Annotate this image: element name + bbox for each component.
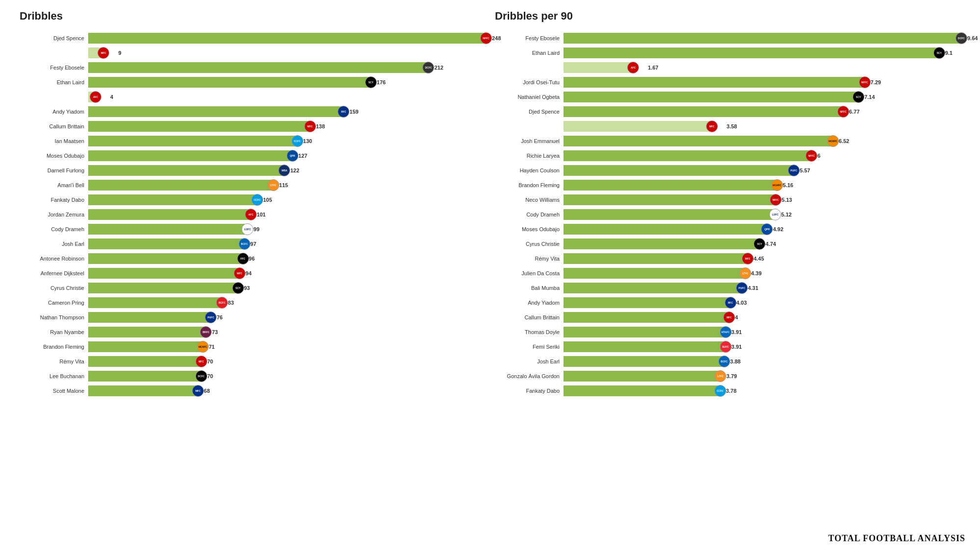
club-logo: HCAFC bbox=[827, 135, 839, 147]
club-logo: CCFC bbox=[292, 135, 303, 147]
bar-value: 5.57 bbox=[800, 168, 810, 173]
bar-row: Scott MaloneMFC68 bbox=[20, 384, 485, 398]
player-name: Andy Yiadom bbox=[20, 109, 88, 115]
bar: MFC bbox=[88, 121, 309, 132]
bar-row: Fankaty DaboCCFC105 bbox=[20, 193, 485, 207]
bar-container: HCAFC6.52 bbox=[564, 136, 960, 146]
bar: PUFC bbox=[564, 165, 793, 176]
bar-value: 70 bbox=[207, 373, 213, 379]
bar: BCFC bbox=[88, 297, 221, 308]
club-logo: HCAFC bbox=[771, 179, 783, 191]
player-name: Ethan Laird bbox=[495, 50, 564, 56]
bar-container: NFFC6.77 bbox=[564, 106, 960, 117]
bar-row: Moses OdubajoQPR4.92 bbox=[495, 222, 960, 236]
bar-light: AFC bbox=[88, 92, 95, 102]
club-logo: PUFC bbox=[736, 282, 748, 294]
bar-value: 9.64 bbox=[967, 35, 978, 41]
club-logo: BCFC bbox=[239, 238, 250, 250]
club-logo: LUFC bbox=[242, 223, 253, 235]
bar-container: QPR4.92 bbox=[564, 224, 960, 235]
bar-container: HCAFC5.16 bbox=[564, 180, 960, 191]
bar-container: CCFC130 bbox=[88, 136, 485, 146]
bar: NFFC bbox=[88, 33, 485, 44]
left-title: Dribbles bbox=[20, 10, 485, 23]
bar-value: 9.1 bbox=[945, 50, 953, 56]
bar-container: MFC68 bbox=[88, 385, 485, 396]
bar-row: Callum BrittainMFC138 bbox=[20, 120, 485, 133]
bar-container: WBA122 bbox=[88, 165, 485, 176]
bar-container: NFFC5.13 bbox=[564, 194, 960, 205]
bar-value: 4 bbox=[110, 94, 113, 100]
bar-container: MFC94 bbox=[88, 268, 485, 279]
right-title: Dribbles per 90 bbox=[495, 10, 960, 23]
bar-container: PUFC5.57 bbox=[564, 165, 960, 176]
bar-container: BRFC73 bbox=[88, 327, 485, 337]
bar-container: HTAFC3.91 bbox=[564, 327, 960, 337]
bar-container: RFC4.03 bbox=[564, 297, 960, 308]
club-logo: MFC bbox=[196, 356, 207, 367]
bar: NFFC bbox=[564, 77, 864, 88]
bar-container: MFC4.45 bbox=[564, 253, 960, 264]
bar-row: Amari'i BellLTFC115 bbox=[20, 178, 485, 192]
player-name: Fankaty Dabo bbox=[495, 388, 564, 394]
club-logo: RFC bbox=[338, 106, 349, 118]
club-logo: SCY bbox=[933, 47, 945, 59]
bar: WBA bbox=[88, 165, 283, 176]
bar-value: 97 bbox=[250, 241, 256, 247]
player-name: Brandon Fleming bbox=[495, 182, 564, 188]
bar-row: Ethan LairdSCY9.1 bbox=[495, 46, 960, 60]
bar-container: PUFC4.31 bbox=[564, 283, 960, 293]
bar-value: 6 bbox=[817, 153, 820, 159]
bar-row: MFC3.58 bbox=[495, 120, 960, 133]
bar-container: DCFC70 bbox=[88, 371, 485, 382]
bar-row: Bali MumbaPUFC4.31 bbox=[495, 281, 960, 295]
player-name: Cyrus Christie bbox=[495, 241, 564, 247]
bar: NFFC bbox=[564, 194, 775, 205]
bar-value: 6.77 bbox=[849, 109, 859, 115]
bar: MFC bbox=[564, 312, 728, 323]
bar-container: LTFC115 bbox=[88, 180, 485, 191]
club-logo: MFC bbox=[234, 267, 245, 279]
bar: CCFC bbox=[564, 385, 719, 396]
player-name: Cody Drameh bbox=[20, 226, 88, 232]
bar-row: Anfernee DijksteelMFC94 bbox=[20, 266, 485, 280]
club-logo: LTFC bbox=[268, 179, 279, 191]
bar: BRFC bbox=[88, 327, 205, 337]
bar-value: 4.74 bbox=[765, 241, 776, 247]
club-logo: FFC bbox=[237, 253, 249, 264]
bar-row: Josh EmmanuelHCAFC6.52 bbox=[495, 134, 960, 148]
bar: DCFC bbox=[88, 371, 200, 382]
bar-row: Brandon FlemingHCAFC71 bbox=[20, 340, 485, 354]
bar-value: 1.67 bbox=[648, 65, 658, 71]
bar-value: 83 bbox=[228, 300, 234, 306]
club-logo: AFC bbox=[245, 209, 257, 220]
player-name: Moses Odubajo bbox=[20, 153, 88, 159]
bar-light: MFC bbox=[88, 48, 102, 58]
bar: DCFC bbox=[564, 33, 960, 44]
bar: PUFC bbox=[564, 283, 741, 293]
club-logo: QPR bbox=[761, 223, 773, 235]
bar-value: 6.52 bbox=[839, 138, 849, 144]
left-section: Dribbles Djed SpenceNFFC248MFC9Festy Ebo… bbox=[15, 10, 490, 541]
player-name: Callum Brittain bbox=[495, 314, 564, 320]
bar-container: BCFC83 bbox=[88, 297, 485, 308]
player-name: Rémy Vita bbox=[20, 359, 88, 364]
club-logo: DCFC bbox=[956, 32, 967, 44]
bar-container: SCY7.14 bbox=[564, 92, 960, 102]
player-name: Nathaniel Ogbeta bbox=[495, 94, 564, 100]
bar-value: 4.03 bbox=[736, 300, 747, 306]
bar-row: Festy EboseleDCFC212 bbox=[20, 61, 485, 74]
bar-row: Jordi Osei-TutuNFFC7.29 bbox=[495, 75, 960, 89]
player-name: Rémy Vita bbox=[495, 256, 564, 262]
bar: MFC bbox=[564, 253, 747, 264]
player-name: Bali Mumba bbox=[495, 285, 564, 291]
bar-row: Gonzalo Ávila GordonLTFC3.79 bbox=[495, 369, 960, 383]
player-name: Cameron Pring bbox=[20, 300, 88, 306]
club-logo: NFFC bbox=[770, 194, 782, 206]
bar-value: 4.39 bbox=[751, 270, 761, 276]
bar-row: Darnell FurlongWBA122 bbox=[20, 164, 485, 177]
player-name: Darnell Furlong bbox=[20, 168, 88, 173]
bar-value: 3.91 bbox=[732, 329, 742, 335]
bar: HCAFC bbox=[88, 341, 202, 352]
club-logo: AFC bbox=[627, 62, 639, 73]
